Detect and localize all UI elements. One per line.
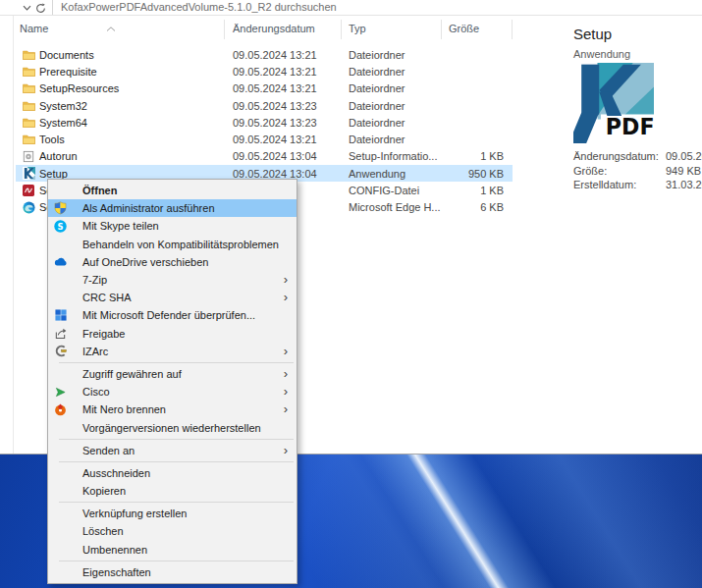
- menu-item[interactable]: Auf OneDrive verschieben: [48, 253, 297, 271]
- file-name: Prerequisite: [39, 66, 97, 78]
- folder-icon: [22, 48, 35, 62]
- menu-item[interactable]: Cisco›: [48, 383, 297, 401]
- file-date: 09.05.2024 13:21: [233, 66, 317, 78]
- search-box-divider: [52, 0, 53, 15]
- file-name: System64: [39, 117, 87, 129]
- menu-item-label: Ausschneiden: [82, 467, 150, 479]
- menu-item[interactable]: 7-Zip›: [48, 271, 297, 289]
- menu-item-label: Auf OneDrive verschieben: [82, 256, 208, 268]
- preview-detail-row: Änderungsdatum:09.05.202: [573, 149, 702, 164]
- menu-item[interactable]: Freigabe: [48, 325, 297, 343]
- defender-icon: [53, 308, 68, 323]
- file-date: 09.05.2024 13:23: [233, 117, 317, 129]
- file-name: Setup: [39, 168, 68, 180]
- file-type: Dateiordner: [349, 134, 405, 145]
- menu-item[interactable]: Vorgängerversionen wiederherstellen: [48, 418, 297, 436]
- folder-icon: [22, 65, 35, 79]
- menu-item[interactable]: Kopieren: [48, 482, 297, 500]
- menu-item[interactable]: Öffnen: [48, 182, 297, 199]
- menu-item-label: Verknüpfung erstellen: [82, 508, 187, 519]
- menu-item-label: IZArc: [82, 346, 108, 357]
- preview-title: Setup: [573, 26, 612, 42]
- menu-item-label: Zugriff gewähren auf: [82, 368, 182, 380]
- preview-detail-row: Erstelldatum:31.03.202: [573, 178, 702, 192]
- submenu-arrow-icon: ›: [284, 344, 288, 358]
- menu-separator: [59, 439, 294, 440]
- menu-item[interactable]: Verknüpfung erstellen: [48, 505, 297, 522]
- menu-item-label: Kopieren: [82, 485, 126, 497]
- menu-item[interactable]: Mit Nero brennen›: [48, 401, 297, 418]
- file-row[interactable]: Autorun09.05.2024 13:04Setup-Informatio.…: [16, 148, 513, 165]
- refresh-icon[interactable]: [34, 2, 46, 14]
- file-type: Anwendung: [349, 168, 405, 180]
- file-row[interactable]: Tools09.05.2024 13:21Dateiordner: [16, 131, 513, 147]
- file-name: Documents: [39, 49, 94, 61]
- preview-detail-value: 31.03.202: [666, 178, 702, 192]
- file-row[interactable]: Documents09.05.2024 13:21Dateiordner: [16, 46, 513, 63]
- submenu-arrow-icon: ›: [284, 290, 288, 304]
- column-header-name[interactable]: Name: [20, 16, 48, 41]
- menu-item[interactable]: Mit Microsoft Defender überprüfen...: [48, 306, 297, 324]
- file-size: 6 KB: [432, 201, 504, 213]
- file-type: Dateiordner: [349, 49, 405, 61]
- explorer-topbar: KofaxPowerPDFAdvancedVolume-5.1.0_R2 dur…: [0, 0, 702, 16]
- preview-detail-row: Größe:949 KB: [573, 164, 702, 179]
- file-row[interactable]: System6409.05.2024 13:23Dateiordner: [16, 114, 513, 131]
- menu-item[interactable]: CRC SHA›: [48, 289, 297, 306]
- menu-item-label: Behandeln von Kompatibilitätsproblemen: [82, 239, 279, 250]
- menu-separator: [59, 561, 294, 561]
- menu-item[interactable]: Eigenschaften: [48, 563, 297, 581]
- onedrive-icon: [53, 254, 68, 269]
- menu-item-label: Vorgängerversionen wiederherstellen: [82, 422, 261, 434]
- menu-item-label: Als Administrator ausführen: [82, 202, 215, 214]
- folder-icon: [22, 81, 35, 95]
- file-type: Microsoft Edge H...: [349, 201, 441, 213]
- menu-item-label: Mit Microsoft Defender überprüfen...: [82, 309, 255, 321]
- file-row[interactable]: Prerequisite09.05.2024 13:21Dateiordner: [16, 63, 513, 80]
- file-size: 1 KB: [432, 150, 504, 162]
- menu-item-label: CRC SHA: [82, 292, 132, 303]
- menu-item[interactable]: Behandeln von Kompatibilitätsproblemen: [48, 236, 297, 253]
- file-date: 09.05.2024 13:21: [233, 134, 317, 145]
- submenu-arrow-icon: ›: [284, 272, 288, 287]
- edge-icon: [22, 200, 35, 214]
- submenu-arrow-icon: ›: [284, 366, 288, 381]
- column-header-size[interactable]: Größe: [449, 16, 479, 41]
- preview-subtitle: Anwendung: [573, 48, 630, 60]
- file-row[interactable]: System3209.05.2024 13:23Dateiordner: [16, 97, 513, 114]
- file-size: 1 KB: [432, 185, 504, 196]
- menu-separator: [59, 461, 294, 462]
- file-row[interactable]: SetupResources09.05.2024 13:21Dateiordne…: [16, 80, 513, 97]
- menu-item[interactable]: Löschen: [48, 522, 297, 540]
- file-type: Dateiordner: [349, 82, 405, 94]
- preview-detail-value: 09.05.202: [666, 149, 702, 164]
- skype-icon: S: [53, 219, 68, 234]
- menu-item[interactable]: Zugriff gewähren auf›: [48, 365, 297, 383]
- menu-item-label: Cisco: [82, 386, 110, 398]
- file-date: 09.05.2024 13:23: [233, 100, 317, 112]
- menu-item-label: Freigabe: [82, 328, 125, 340]
- column-header-date[interactable]: Änderungsdatum: [233, 16, 315, 41]
- file-size: 950 KB: [432, 168, 504, 180]
- preview-detail-value: 949 KB: [666, 164, 701, 179]
- uac-shield-icon: [53, 201, 68, 216]
- izarc-icon: [53, 344, 68, 358]
- column-header-type[interactable]: Typ: [349, 16, 366, 41]
- menu-item[interactable]: Senden an›: [48, 442, 297, 459]
- folder-icon: [22, 116, 35, 130]
- menu-item-label: Mit Skype teilen: [82, 220, 159, 232]
- menu-item[interactable]: Als Administrator ausführen: [48, 199, 297, 217]
- menu-item[interactable]: Umbenennen: [48, 541, 297, 559]
- search-input[interactable]: KofaxPowerPDFAdvancedVolume-5.1.0_R2 dur…: [61, 0, 337, 16]
- file-type: Dateiordner: [349, 66, 405, 78]
- preview-detail-label: Änderungsdatum:: [573, 149, 659, 164]
- menu-item[interactable]: Ausschneiden: [48, 464, 297, 482]
- kpdf-icon: [22, 167, 35, 181]
- menu-item[interactable]: IZArc›: [48, 343, 297, 360]
- menu-item[interactable]: SMit Skype teilen: [48, 217, 297, 235]
- column-separator: [341, 20, 342, 39]
- logo-pdf-text: PDF: [606, 114, 654, 139]
- submenu-arrow-icon: ›: [284, 384, 288, 399]
- chevron-down-icon[interactable]: [21, 2, 32, 14]
- file-type: CONFIG-Datei: [349, 185, 419, 196]
